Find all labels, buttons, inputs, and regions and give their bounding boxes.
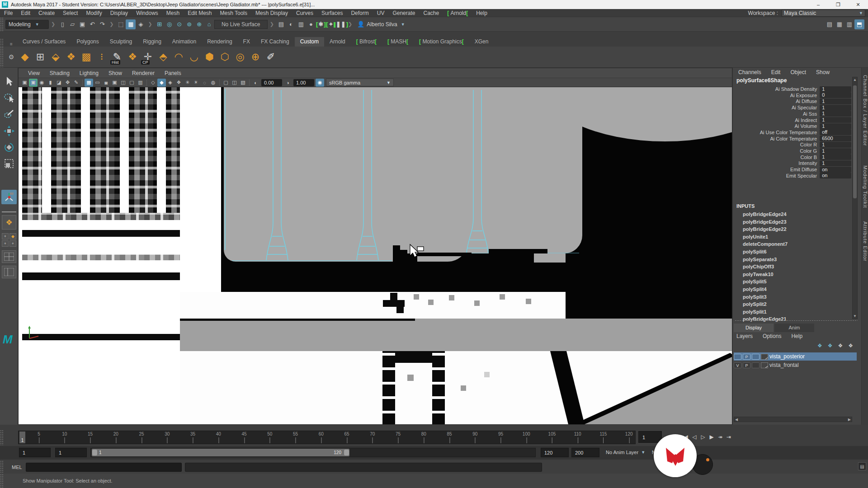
display-layer-row[interactable]: V P vista_frontal	[734, 361, 857, 369]
drag-handle[interactable]	[0, 430, 4, 445]
gate-icon[interactable]: ▣	[110, 79, 119, 87]
shading-mode-icon[interactable]: ◍	[209, 79, 217, 87]
menu-set-dropdown[interactable]: Modeling ▼	[5, 20, 49, 29]
color-managed-icon[interactable]: ◉	[316, 79, 324, 87]
timeline-tick[interactable]: 20	[113, 432, 118, 436]
viewport-canvas[interactable]	[19, 87, 732, 424]
snap-icon[interactable]: ⊚	[184, 19, 194, 29]
attribute-label[interactable]: Emit Specular	[733, 173, 820, 178]
maximize-button[interactable]: ❐	[828, 0, 848, 9]
shading-mode-icon[interactable]: ◆	[157, 79, 166, 87]
shelf-tool-icon[interactable]: ⁝	[94, 49, 109, 65]
layer-editor-hscrollbar[interactable]: ◀ ▶	[734, 417, 852, 422]
shelf-tab[interactable]: Animation	[167, 37, 202, 47]
shelf-menu-icon[interactable]: ≡	[5, 42, 17, 47]
camera-tool-icon[interactable]: ✥	[63, 79, 72, 87]
gamma-field[interactable]: 1.00	[293, 79, 314, 86]
new-empty-layer-icon[interactable]: ❖	[838, 343, 843, 349]
shelf-tool-icon[interactable]: ⊕	[248, 49, 263, 65]
layer-name[interactable]: vista_frontal	[769, 362, 799, 368]
timeline-tick[interactable]: 35	[190, 432, 195, 436]
shelf-tab[interactable]: [ Bifrost[	[351, 37, 382, 47]
playback-end-field[interactable]: 120	[541, 448, 569, 457]
isolate-icon[interactable]: ◫	[230, 79, 239, 87]
shelf-tool-icon[interactable]: ◡	[186, 49, 202, 65]
shelf-tool-icon[interactable]: ◎	[232, 49, 248, 65]
drag-handle[interactable]	[0, 17, 4, 31]
layer-display-type-toggle[interactable]	[752, 362, 760, 368]
playback-button[interactable]: ↠	[716, 431, 724, 443]
animation-start-field[interactable]: 1	[19, 448, 51, 457]
panel-menu-item[interactable]: Lighting	[75, 70, 104, 76]
menu-item[interactable]: Generate	[388, 10, 419, 16]
attribute-label[interactable]: Color B	[733, 155, 820, 160]
range-end-handle[interactable]	[344, 450, 349, 455]
tab-anim[interactable]: Anim	[774, 324, 814, 332]
layer-editor-menu-item[interactable]: Help	[791, 333, 802, 339]
shelf-tool-icon[interactable]: ◠	[171, 49, 186, 65]
timeline-tick[interactable]: 30	[165, 432, 170, 436]
shelf-tool-icon[interactable]: ⬢	[202, 49, 217, 65]
timeline-tick[interactable]: 75	[396, 432, 401, 436]
gate-icon[interactable]: ▭	[93, 79, 102, 87]
file-icon[interactable]: ▣	[77, 19, 87, 29]
isolate-icon[interactable]: ▧	[239, 79, 247, 87]
timeline-tick[interactable]: 85	[447, 432, 452, 436]
shelf-tab[interactable]: FX Caching	[255, 37, 295, 47]
live-surface-field[interactable]: No Live Surface	[214, 20, 268, 29]
attribute-label[interactable]: Ai Specular	[733, 105, 820, 110]
close-button[interactable]: ✕	[848, 0, 868, 9]
attribute-label[interactable]: Emit Diffuse	[733, 167, 820, 172]
attribute-value-field[interactable]: 1	[820, 111, 851, 117]
timeline-tick[interactable]: 105	[548, 432, 556, 436]
command-language-label[interactable]: MEL	[12, 465, 22, 470]
gate-icon[interactable]: ◫	[119, 79, 127, 87]
input-node-item[interactable]: polySplit3	[743, 294, 767, 300]
layer-playback-toggle[interactable]: P	[743, 354, 750, 360]
timeline-tick[interactable]: 5	[38, 432, 40, 436]
panel-toggle-icon[interactable]: ⬒	[854, 19, 864, 29]
menu-item[interactable]: Edit Mesh	[184, 10, 216, 16]
attribute-value-field[interactable]: off	[820, 129, 851, 135]
arnold-utility-icon[interactable]: ❚❚	[336, 19, 346, 29]
undo-redo-icon[interactable]: ↶	[87, 19, 97, 29]
shading-mode-icon[interactable]: ◇	[149, 79, 157, 87]
shelf-tab[interactable]: Custom	[295, 37, 324, 47]
timeline-tick[interactable]: 65	[344, 432, 349, 436]
attribute-label[interactable]: Ai Volume	[733, 123, 820, 129]
gear-icon[interactable]: ⚙	[5, 53, 17, 61]
scroll-down-icon[interactable]: ▼	[853, 314, 857, 318]
attribute-value-field[interactable]: 1	[820, 86, 851, 92]
attribute-label[interactable]: Color G	[733, 148, 820, 154]
shelf-tool-icon[interactable]: ✛ CP	[140, 49, 156, 65]
timeline-tick[interactable]: 45	[241, 432, 246, 436]
shading-mode-icon[interactable]: ❖	[175, 79, 183, 87]
shelf-tool-icon[interactable]: ⊞	[33, 49, 48, 65]
shelf-tab[interactable]: [ Motion Graphics[	[414, 37, 469, 47]
attribute-label[interactable]: Ai Shadow Density	[733, 86, 820, 92]
timeline-tick[interactable]: 10	[62, 432, 67, 436]
scale-tool[interactable]	[1, 156, 17, 171]
attribute-value-field[interactable]: 1	[820, 117, 851, 123]
render-icon[interactable]: ●	[306, 19, 316, 29]
camera-tool-icon[interactable]: ▮	[46, 79, 55, 87]
attribute-value-field[interactable]: 6500	[820, 136, 851, 141]
menu-item[interactable]: UV	[373, 10, 389, 16]
current-frame-marker[interactable]: 1	[19, 432, 25, 443]
camera-tool-icon[interactable]: ◪	[55, 79, 63, 87]
shelf-tool-icon[interactable]: ⬘	[156, 49, 171, 65]
playback-start-field[interactable]: 1	[55, 448, 87, 457]
attribute-label[interactable]: Intensity	[733, 160, 820, 166]
menu-item[interactable]: Create	[34, 10, 59, 16]
input-node-item[interactable]: polySplit6	[743, 249, 767, 254]
scroll-left-icon[interactable]: ◀	[735, 418, 738, 422]
render-icon[interactable]: ▥	[296, 19, 306, 29]
isolate-icon[interactable]: ▢	[222, 79, 230, 87]
menu-item[interactable]: Mesh	[162, 10, 184, 16]
shelf-tool-icon[interactable]: ❖	[125, 49, 140, 65]
attribute-label[interactable]: Color R	[733, 142, 820, 147]
camera-tool-icon[interactable]: ▣	[29, 79, 38, 87]
shelf-tab[interactable]: FX	[238, 37, 255, 47]
panel-menu-item[interactable]: Panels	[160, 70, 186, 76]
tab-display[interactable]: Display	[734, 324, 774, 332]
